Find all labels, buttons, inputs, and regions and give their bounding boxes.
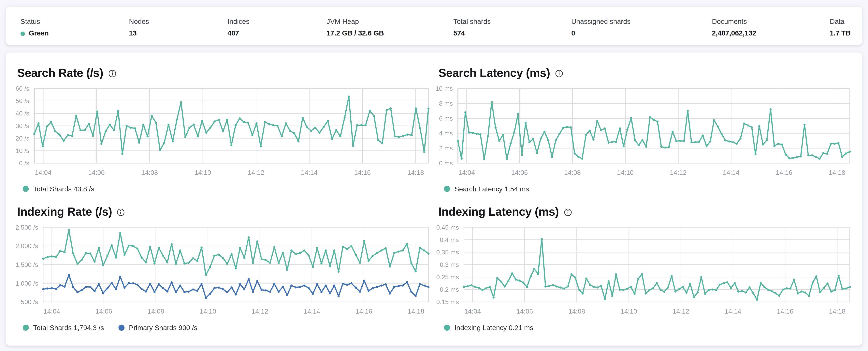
series-point: [678, 288, 680, 290]
series-point: [720, 133, 723, 135]
series-point: [619, 127, 621, 130]
series-point: [713, 119, 715, 121]
stat-value: Green: [21, 29, 129, 38]
series-point: [329, 292, 331, 294]
chart-title: Search Latency (ms): [438, 66, 550, 80]
x-axis-label: 14:10: [621, 308, 637, 315]
series-point: [804, 291, 806, 294]
series-point: [502, 134, 504, 136]
series-point: [256, 240, 258, 243]
legend-item[interactable]: Total Shards 1,794.3 /s: [23, 323, 104, 332]
series-point: [415, 295, 417, 297]
series-point: [818, 158, 820, 160]
series-point: [172, 140, 174, 142]
series-point: [845, 287, 847, 290]
series-point: [290, 284, 292, 287]
series-point: [71, 135, 73, 137]
series-point: [64, 251, 66, 253]
series-point: [166, 261, 168, 264]
series-point: [547, 139, 549, 141]
series-point: [299, 286, 301, 288]
stat-value: 0: [571, 29, 712, 38]
series-point: [685, 292, 688, 294]
series-point: [826, 282, 829, 285]
info-icon[interactable]: [564, 209, 571, 216]
x-axis-label: 14:18: [829, 308, 845, 315]
chart-canvas-indexing-latency[interactable]: 0.15 ms0.2 ms0.25 ms0.3 ms0.35 ms0.4 ms0…: [438, 226, 851, 320]
series-point: [355, 253, 357, 256]
series-point: [812, 281, 814, 284]
series-point: [359, 262, 361, 264]
series-point: [781, 143, 783, 146]
series-point: [528, 141, 530, 143]
series-point: [352, 145, 354, 147]
series-point: [303, 249, 305, 252]
series-point: [634, 139, 636, 141]
series-point: [633, 293, 636, 295]
series-point: [468, 132, 470, 134]
series-point: [849, 150, 851, 153]
series-point: [226, 263, 228, 265]
chart-title-row: Indexing Latency (ms): [438, 205, 851, 219]
series-point: [702, 134, 704, 137]
series-point: [363, 240, 365, 242]
series-point: [760, 282, 762, 284]
series-point: [235, 124, 237, 126]
x-axis-label: 14:14: [723, 169, 739, 176]
series-point: [265, 289, 267, 291]
series-point: [509, 143, 512, 145]
y-axis-label: 20 /s: [16, 135, 29, 142]
chart-legend: Indexing Latency 0.21 ms: [444, 323, 851, 332]
x-axis-label: 14:10: [199, 308, 216, 315]
series-point: [619, 289, 621, 291]
legend-item[interactable]: Total Shards 43.8 /s: [23, 184, 94, 193]
chart-title: Indexing Latency (ms): [438, 205, 559, 219]
series-point: [600, 129, 602, 132]
series-point: [398, 136, 400, 138]
legend-item[interactable]: Primary Shards 900 /s: [118, 323, 197, 332]
series-point: [745, 291, 747, 294]
series-point: [406, 243, 408, 245]
series-point: [819, 291, 821, 293]
series-point: [316, 247, 318, 249]
series-point: [604, 298, 606, 300]
series-point: [390, 107, 392, 110]
series-point: [585, 134, 587, 136]
series-point: [477, 287, 480, 289]
legend-item[interactable]: Indexing Latency 0.21 ms: [444, 323, 533, 332]
series-point: [487, 135, 489, 137]
series-point: [350, 245, 352, 247]
stat-value: 407: [227, 29, 327, 38]
y-axis-label: 0.45 ms: [436, 224, 459, 231]
x-axis-label: 14:08: [564, 169, 581, 176]
series-point: [170, 243, 173, 245]
chart-title-row: Search Rate (/s): [17, 66, 430, 80]
legend-item[interactable]: Search Latency 1.54 ms: [444, 184, 529, 193]
series-point: [96, 110, 98, 112]
series-point: [667, 287, 669, 289]
series-point: [519, 279, 521, 282]
info-icon[interactable]: [117, 209, 125, 216]
series-point: [494, 126, 497, 129]
series-point: [428, 253, 430, 255]
y-axis-label: 1,500 /s: [16, 261, 38, 268]
series-point: [308, 254, 310, 256]
series-point: [115, 256, 117, 258]
x-axis-label: 14:16: [776, 169, 792, 176]
series-point: [119, 276, 121, 278]
stat-label: Data: [830, 18, 850, 26]
series-point: [72, 252, 74, 255]
chart-canvas-search-rate[interactable]: 0 /s10 /s20 /s30 /s40 /s50 /s60 /s14:041…: [17, 87, 430, 181]
series-point: [797, 292, 799, 295]
series-point: [59, 250, 61, 252]
series-point: [377, 139, 379, 141]
info-icon[interactable]: [108, 70, 116, 77]
chart-canvas-search-latency[interactable]: 0 ms2 ms4 ms6 ms8 ms10 ms14:0414:0614:08…: [438, 87, 851, 181]
series-point: [320, 291, 322, 293]
series-point: [153, 291, 156, 293]
series-point: [708, 289, 710, 291]
chart-canvas-indexing-rate[interactable]: 500 /s1,000 /s1,500 /s2,000 /s2,500 /s14…: [17, 226, 430, 320]
series-point: [754, 153, 756, 155]
info-icon[interactable]: [555, 70, 563, 77]
series-point: [796, 156, 798, 158]
